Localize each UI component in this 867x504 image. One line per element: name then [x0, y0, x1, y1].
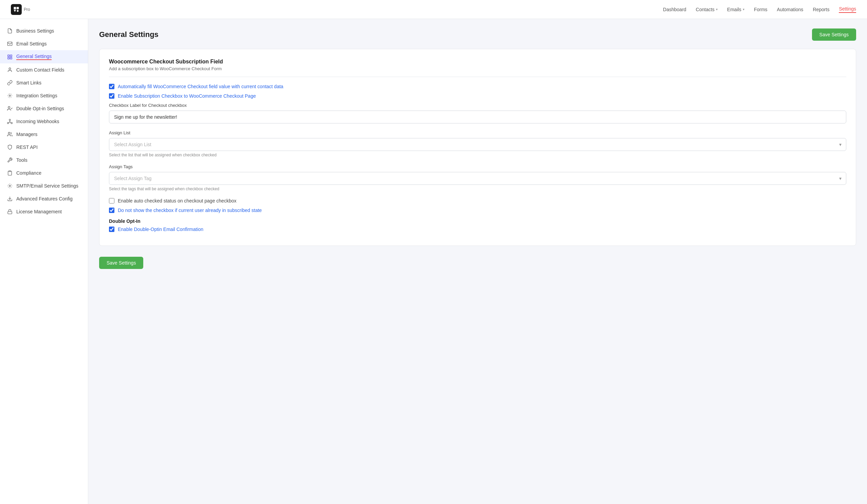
checkbox-auto-checked-label[interactable]: Enable auto checked status on checkout p… — [118, 198, 236, 204]
shield-icon — [7, 144, 13, 150]
sidebar-item-double-optin-settings[interactable]: Double Opt-in Settings — [0, 102, 88, 115]
user-icon — [7, 67, 13, 73]
assign-list-field-group: Assign List Select Assign List ▾ Select … — [109, 130, 846, 157]
user-check-icon — [7, 106, 13, 112]
svg-point-9 — [8, 122, 9, 124]
sidebar-item-email-settings[interactable]: Email Settings — [0, 37, 88, 50]
page-header: General Settings Save Settings — [99, 29, 856, 41]
checkbox-row-4: Do not show the checkbox if current user… — [109, 208, 846, 213]
sidebar-item-custom-contact-fields[interactable]: Custom Contact Fields — [0, 63, 88, 76]
card-section-title: Woocommerce Checkout Subscription Field — [109, 59, 846, 65]
nav-item-emails[interactable]: Emails ▾ — [727, 7, 745, 12]
sidebar-item-advanced-features[interactable]: Advanced Features Config — [0, 192, 88, 205]
sidebar-item-business-settings[interactable]: Business Settings — [0, 24, 88, 37]
page-title: General Settings — [99, 30, 159, 39]
checkbox-auto-checked[interactable] — [109, 198, 115, 204]
checkbox-enable-subscription[interactable] — [109, 93, 115, 99]
sidebar-item-rest-api[interactable]: REST API — [0, 141, 88, 154]
sidebar-item-managers[interactable]: Managers — [0, 128, 88, 141]
nav-links: Dashboard Contacts ▾ Emails ▾ Forms Auto… — [663, 6, 856, 13]
assign-list-label: Assign List — [109, 130, 846, 135]
settings-icon — [7, 92, 13, 99]
assign-tags-label: Assign Tags — [109, 164, 846, 169]
file-icon — [7, 28, 13, 34]
nav-item-dashboard[interactable]: Dashboard — [663, 7, 686, 12]
mail-icon — [7, 41, 13, 47]
svg-point-7 — [8, 107, 10, 108]
assign-list-select-wrapper: Select Assign List ▾ — [109, 138, 846, 151]
main-card: Woocommerce Checkout Subscription Field … — [99, 49, 856, 246]
clipboard-icon — [7, 170, 13, 176]
svg-rect-15 — [8, 211, 12, 214]
assign-tags-field-group: Assign Tags Select Assign Tag ▾ Select t… — [109, 164, 846, 191]
save-settings-bottom-button[interactable]: Save Settings — [99, 257, 143, 269]
app-layout: Business Settings Email Settings General… — [0, 19, 867, 504]
users-icon — [7, 131, 13, 138]
svg-point-13 — [9, 185, 11, 187]
checkout-label-field-group: Checkbox Label for Checkout checkbox — [109, 103, 846, 123]
checkbox-row-1: Automatically fill WooCommerce Checkout … — [109, 84, 846, 89]
nav-item-automations[interactable]: Automations — [777, 7, 803, 12]
sidebar-item-tools[interactable]: Tools — [0, 154, 88, 166]
svg-rect-1 — [8, 55, 10, 57]
svg-rect-12 — [9, 171, 11, 172]
sidebar-item-smtp-email-service[interactable]: SMTP/Email Service Settings — [0, 179, 88, 192]
smtp-settings-icon — [7, 183, 13, 189]
sidebar-item-integration-settings[interactable]: Integration Settings — [0, 89, 88, 102]
logo-pro-label: Pro — [24, 7, 30, 12]
assign-tags-select[interactable]: Select Assign Tag — [109, 172, 846, 185]
svg-rect-4 — [10, 57, 12, 59]
svg-rect-2 — [10, 55, 12, 57]
checkout-label-input[interactable] — [109, 111, 846, 123]
logo-area: Pro — [11, 4, 30, 15]
nav-item-reports[interactable]: Reports — [813, 7, 829, 12]
svg-point-10 — [11, 122, 12, 124]
double-optin-title: Double Opt-In — [109, 218, 846, 224]
sidebar: Business Settings Email Settings General… — [0, 19, 88, 504]
top-nav: Pro Dashboard Contacts ▾ Emails ▾ Forms … — [0, 0, 867, 19]
logo-icon[interactable] — [11, 4, 22, 15]
svg-point-5 — [9, 68, 11, 69]
tool-icon — [7, 157, 13, 163]
sidebar-item-license-management[interactable]: License Management — [0, 205, 88, 218]
sidebar-item-compliance[interactable]: Compliance — [0, 166, 88, 179]
svg-rect-0 — [8, 42, 12, 46]
checkbox-enable-subscription-label[interactable]: Enable Subscription Checkbox to WooComme… — [118, 93, 256, 99]
double-optin-section: Double Opt-In Enable Double-Optin Email … — [109, 218, 846, 232]
link-icon — [7, 80, 13, 86]
assign-list-hint: Select the list that will be assigned wh… — [109, 153, 846, 157]
download-icon — [7, 196, 13, 202]
card-section-subtitle: Add a subscription box to WooCommerce Ch… — [109, 66, 846, 77]
checkbox-row-3: Enable auto checked status on checkout p… — [109, 198, 846, 204]
grid-icon — [7, 54, 13, 60]
checkout-label-field-label: Checkbox Label for Checkout checkbox — [109, 103, 846, 108]
assign-tags-hint: Select the tags that will be assigned wh… — [109, 187, 846, 191]
svg-point-11 — [8, 132, 10, 134]
main-content: General Settings Save Settings Woocommer… — [88, 19, 867, 504]
checkbox-enable-double-optin[interactable] — [109, 227, 115, 232]
assign-list-select[interactable]: Select Assign List — [109, 138, 846, 151]
checkbox-autofill[interactable] — [109, 84, 115, 89]
checkbox-dont-show-label[interactable]: Do not show the checkbox if current user… — [118, 208, 262, 213]
sidebar-item-general-settings[interactable]: General Settings — [0, 50, 88, 63]
save-settings-top-button[interactable]: Save Settings — [812, 29, 856, 41]
svg-point-8 — [9, 119, 11, 120]
assign-tags-select-wrapper: Select Assign Tag ▾ — [109, 172, 846, 185]
checkbox-enable-double-optin-label[interactable]: Enable Double-Optin Email Confirmation — [118, 227, 203, 232]
svg-rect-3 — [8, 57, 10, 59]
checkbox-dont-show[interactable] — [109, 208, 115, 213]
nav-item-settings[interactable]: Settings — [839, 6, 856, 13]
nav-item-contacts[interactable]: Contacts ▾ — [696, 7, 718, 12]
sidebar-item-smart-links[interactable]: Smart Links — [0, 76, 88, 89]
svg-point-6 — [9, 95, 11, 96]
lock-icon — [7, 209, 13, 215]
nav-item-forms[interactable]: Forms — [754, 7, 768, 12]
checkbox-row-2: Enable Subscription Checkbox to WooComme… — [109, 93, 846, 99]
webhook-icon — [7, 118, 13, 124]
checkbox-autofill-label[interactable]: Automatically fill WooCommerce Checkout … — [118, 84, 283, 89]
checkbox-row-5: Enable Double-Optin Email Confirmation — [109, 227, 846, 232]
sidebar-item-incoming-webhooks[interactable]: Incoming Webhooks — [0, 115, 88, 128]
